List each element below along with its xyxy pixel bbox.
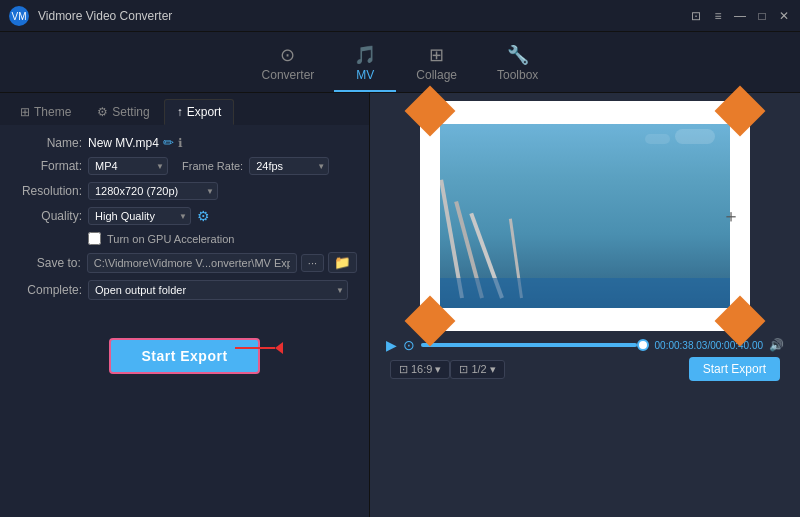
converter-icon: ⊙ <box>280 44 295 66</box>
dialog-icon[interactable]: ⊡ <box>688 8 704 24</box>
gpu-checkbox[interactable] <box>88 232 101 245</box>
collage-icon: ⊞ <box>429 44 444 66</box>
main-content: ⊞ Theme ⚙ Setting ↑ Export Name: New MV.… <box>0 93 800 517</box>
play-button[interactable]: ▶ <box>386 337 397 353</box>
progress-fill <box>421 343 637 347</box>
close-button[interactable]: ✕ <box>776 8 792 24</box>
right-panel: ＋ ▶ ⊙ 00:00:38.03/00:00:40.00 🔊 <box>370 93 800 517</box>
complete-select[interactable]: Open output folder Do nothing <box>88 280 348 300</box>
resolution-select[interactable]: 1280x720 (720p) 1920x1080 (1080p) <box>88 182 218 200</box>
tab-collage-label: Collage <box>416 68 457 82</box>
segment-dropdown-icon: ▾ <box>490 363 496 376</box>
export-icon: ↑ <box>177 105 183 119</box>
title-bar: VM Vidmore Video Converter ⊡ ≡ — □ ✕ <box>0 0 800 32</box>
segment-value: 1/2 <box>471 363 486 375</box>
tab-toolbox[interactable]: 🔧 Toolbox <box>477 38 558 92</box>
cloud-1 <box>675 129 715 144</box>
arrow-line <box>235 347 275 349</box>
sub-tab-setting[interactable]: ⚙ Setting <box>85 99 161 125</box>
volume-icon[interactable]: 🔊 <box>769 338 784 352</box>
settings-form: Name: New MV.mp4 ✏ ℹ Format: MP4 MOV AVI <box>0 125 369 310</box>
time-current: 00:00:38.03 <box>655 340 708 351</box>
edit-name-icon[interactable]: ✏ <box>163 135 174 150</box>
menu-icon[interactable]: ≡ <box>710 8 726 24</box>
add-media-icon[interactable]: ＋ <box>722 204 740 228</box>
path-row: ··· 📁 <box>87 252 357 273</box>
minimize-button[interactable]: — <box>732 8 748 24</box>
quality-select[interactable]: High Quality Medium Quality Low Quality <box>88 207 191 225</box>
resolution-row: Resolution: 1280x720 (720p) 1920x1080 (1… <box>12 182 357 200</box>
tab-toolbox-label: Toolbox <box>497 68 538 82</box>
frame-rate-select[interactable]: 24fps 30fps 60fps <box>249 157 329 175</box>
maximize-button[interactable]: □ <box>754 8 770 24</box>
save-path-input[interactable] <box>87 253 297 273</box>
arrow-indicator <box>235 342 283 354</box>
segment-icon: ⊡ <box>459 363 468 376</box>
format-label: Format: <box>12 159 82 173</box>
stop-button[interactable]: ⊙ <box>403 337 415 353</box>
open-folder-button[interactable]: 📁 <box>328 252 357 273</box>
start-export-area: Start Export <box>0 322 369 374</box>
sub-tab-export-label: Export <box>187 105 222 119</box>
svg-text:VM: VM <box>12 11 27 22</box>
theme-icon: ⊞ <box>20 105 30 119</box>
frame-rate-select-wrap: 24fps 30fps 60fps <box>249 157 329 175</box>
format-select-wrap: MP4 MOV AVI <box>88 157 168 175</box>
format-row: Format: MP4 MOV AVI Frame Rate: 24fps 30… <box>12 157 357 175</box>
name-text: New MV.mp4 <box>88 136 159 150</box>
window-controls: ⊡ ≡ — □ ✕ <box>688 8 792 24</box>
mv-icon: 🎵 <box>354 44 376 66</box>
name-value: New MV.mp4 ✏ ℹ <box>88 135 183 150</box>
cloud-2 <box>645 134 670 144</box>
sub-tab-export[interactable]: ↑ Export <box>164 99 235 125</box>
name-row: Name: New MV.mp4 ✏ ℹ <box>12 135 357 150</box>
tab-mv-label: MV <box>356 68 374 82</box>
sub-tab-theme-label: Theme <box>34 105 71 119</box>
preview-video <box>440 124 730 308</box>
gpu-row: Turn on GPU Acceleration <box>12 232 357 245</box>
app-title: Vidmore Video Converter <box>38 9 688 23</box>
aspect-ratio-button[interactable]: ⊡ 16:9 ▾ <box>390 360 450 379</box>
app-logo: VM <box>8 5 30 27</box>
browse-dots-button[interactable]: ··· <box>301 254 324 272</box>
complete-label: Complete: <box>12 283 82 297</box>
progress-bar[interactable] <box>421 343 649 347</box>
tab-converter-label: Converter <box>262 68 315 82</box>
complete-select-wrap: Open output folder Do nothing <box>88 280 348 300</box>
video-frame-content <box>440 124 730 308</box>
format-select[interactable]: MP4 MOV AVI <box>88 157 168 175</box>
segment-button[interactable]: ⊡ 1/2 ▾ <box>450 360 504 379</box>
nav-tabs: ⊙ Converter 🎵 MV ⊞ Collage 🔧 Toolbox <box>0 32 800 93</box>
ratio-value: 16:9 <box>411 363 432 375</box>
toolbox-icon: 🔧 <box>507 44 529 66</box>
preview-area: ＋ <box>420 101 750 331</box>
quality-settings-icon[interactable]: ⚙ <box>197 208 210 224</box>
tab-converter[interactable]: ⊙ Converter <box>242 38 335 92</box>
progress-handle[interactable] <box>637 339 649 351</box>
name-label: Name: <box>12 136 82 150</box>
tab-mv[interactable]: 🎵 MV <box>334 38 396 92</box>
sub-tab-setting-label: Setting <box>112 105 149 119</box>
sub-tab-theme[interactable]: ⊞ Theme <box>8 99 83 125</box>
sub-tabs: ⊞ Theme ⚙ Setting ↑ Export <box>0 93 369 125</box>
resolution-select-wrap: 1280x720 (720p) 1920x1080 (1080p) <box>88 182 218 200</box>
quality-select-wrap: High Quality Medium Quality Low Quality <box>88 207 191 225</box>
complete-row: Complete: Open output folder Do nothing <box>12 280 357 300</box>
quality-row: Quality: High Quality Medium Quality Low… <box>12 207 357 225</box>
info-icon[interactable]: ℹ <box>178 136 183 150</box>
preview-frame: ＋ <box>420 101 750 331</box>
ratio-icon: ⊡ <box>399 363 408 376</box>
start-export-right-button[interactable]: Start Export <box>689 357 780 381</box>
setting-icon: ⚙ <box>97 105 108 119</box>
progress-bar-row: ▶ ⊙ 00:00:38.03/00:00:40.00 🔊 <box>380 337 790 353</box>
quality-label: Quality: <box>12 209 82 223</box>
tab-collage[interactable]: ⊞ Collage <box>396 38 477 92</box>
controls-row2: ⊡ 16:9 ▾ ⊡ 1/2 ▾ Start Export <box>380 353 790 385</box>
time-display: 00:00:38.03/00:00:40.00 <box>655 340 763 351</box>
resolution-label: Resolution: <box>12 184 82 198</box>
water-area <box>440 278 730 308</box>
arrow-head <box>275 342 283 354</box>
save-row: Save to: ··· 📁 <box>12 252 357 273</box>
left-panel: ⊞ Theme ⚙ Setting ↑ Export Name: New MV.… <box>0 93 370 517</box>
frame-rate-label: Frame Rate: <box>182 160 243 172</box>
